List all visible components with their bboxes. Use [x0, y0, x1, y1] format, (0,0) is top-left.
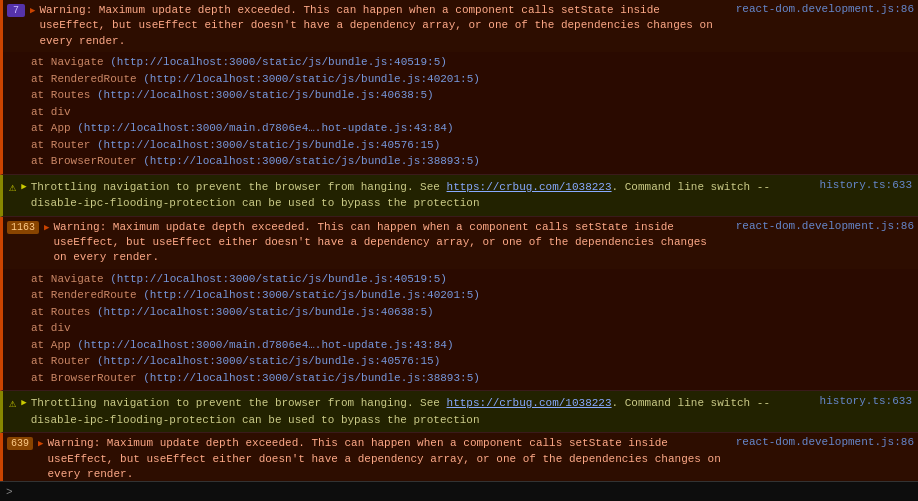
stack-line-1-4: at App (http://localhost:3000/main.d7806… — [31, 120, 914, 137]
stack-line-1-6: at BrowserRouter (http://localhost:3000/… — [31, 153, 914, 170]
stack-line-3-0: at Navigate (http://localhost:3000/stati… — [31, 271, 914, 288]
throttle-icon-2: ⚠ — [9, 180, 16, 195]
stack-line-3-2: at Routes (http://localhost:3000/static/… — [31, 304, 914, 321]
console-footer: > — [0, 481, 918, 501]
warning-message-5: Warning: Maximum update depth exceeded. … — [47, 436, 725, 482]
caret-icon: > — [6, 486, 13, 498]
stack-line-3-6: at BrowserRouter (http://localhost:3000/… — [31, 370, 914, 387]
source-link-5[interactable]: react-dom.development.js:86 — [726, 436, 914, 448]
log-group-3: 1163 ▶ Warning: Maximum update depth exc… — [0, 217, 918, 392]
stack-link[interactable]: (http://localhost:3000/static/js/bundle.… — [143, 155, 480, 167]
stack-lines-1: at Navigate (http://localhost:3000/stati… — [3, 52, 918, 174]
expand-icon-2[interactable]: ▶ — [21, 181, 26, 192]
stack-link[interactable]: (http://localhost:3000/main.d7806e4….hot… — [77, 122, 453, 134]
badge-1163: 1163 — [7, 221, 39, 234]
badge-639: 639 — [7, 437, 33, 450]
source-link-3[interactable]: react-dom.development.js:86 — [726, 220, 914, 232]
stack-link[interactable]: (http://localhost:3000/static/js/bundle.… — [110, 56, 447, 68]
stack-link[interactable]: (http://localhost:3000/static/js/bundle.… — [97, 355, 440, 367]
log-group-2: ⚠ ▶ Throttling navigation to prevent the… — [0, 175, 918, 217]
source-link-1[interactable]: react-dom.development.js:86 — [726, 3, 914, 15]
stack-link[interactable]: (http://localhost:3000/static/js/bundle.… — [143, 73, 480, 85]
group-header-1: 7 ▶ Warning: Maximum update depth exceed… — [3, 0, 918, 52]
source-link-2[interactable]: history.ts:633 — [810, 179, 912, 191]
expand-icon-1[interactable]: ▶ — [30, 5, 35, 16]
stack-link[interactable]: (http://localhost:3000/main.d7806e4….hot… — [77, 339, 453, 351]
stack-link[interactable]: (http://localhost:3000/static/js/bundle.… — [97, 306, 434, 318]
throttle-message-2: Throttling navigation to prevent the bro… — [31, 179, 810, 212]
throttle-header-2: ⚠ ▶ Throttling navigation to prevent the… — [3, 175, 918, 216]
stack-line-3-4: at App (http://localhost:3000/main.d7806… — [31, 337, 914, 354]
stack-line-1-0: at Navigate (http://localhost:3000/stati… — [31, 54, 914, 71]
throttle-link-2[interactable]: https://crbug.com/1038223 — [447, 181, 612, 193]
badge-7: 7 — [7, 4, 25, 17]
stack-lines-3: at Navigate (http://localhost:3000/stati… — [3, 269, 918, 391]
stack-line-3-1: at RenderedRoute (http://localhost:3000/… — [31, 287, 914, 304]
stack-line-1-2: at Routes (http://localhost:3000/static/… — [31, 87, 914, 104]
console-input[interactable] — [17, 486, 912, 498]
stack-line-1-1: at RenderedRoute (http://localhost:3000/… — [31, 71, 914, 88]
warning-message-1: Warning: Maximum update depth exceeded. … — [39, 3, 725, 49]
throttle-icon-4: ⚠ — [9, 396, 16, 411]
warning-message-3: Warning: Maximum update depth exceeded. … — [53, 220, 725, 266]
console-panel: 7 ▶ Warning: Maximum update depth exceed… — [0, 0, 918, 501]
stack-link[interactable]: (http://localhost:3000/static/js/bundle.… — [110, 273, 447, 285]
stack-line-1-5: at Router (http://localhost:3000/static/… — [31, 137, 914, 154]
log-group-1: 7 ▶ Warning: Maximum update depth exceed… — [0, 0, 918, 175]
log-group-4: ⚠ ▶ Throttling navigation to prevent the… — [0, 391, 918, 433]
expand-icon-3[interactable]: ▶ — [44, 222, 49, 233]
stack-link[interactable]: (http://localhost:3000/static/js/bundle.… — [143, 372, 480, 384]
source-link-4[interactable]: history.ts:633 — [810, 395, 912, 407]
throttle-message-4: Throttling navigation to prevent the bro… — [31, 395, 810, 428]
expand-icon-5[interactable]: ▶ — [38, 438, 43, 449]
group-header-5: 639 ▶ Warning: Maximum update depth exce… — [3, 433, 918, 485]
group-header-3: 1163 ▶ Warning: Maximum update depth exc… — [3, 217, 918, 269]
throttle-header-4: ⚠ ▶ Throttling navigation to prevent the… — [3, 391, 918, 432]
stack-link[interactable]: (http://localhost:3000/static/js/bundle.… — [97, 139, 440, 151]
stack-link[interactable]: (http://localhost:3000/static/js/bundle.… — [143, 289, 480, 301]
stack-line-3-5: at Router (http://localhost:3000/static/… — [31, 353, 914, 370]
stack-line-1-3: at div — [31, 104, 914, 121]
stack-link[interactable]: (http://localhost:3000/static/js/bundle.… — [97, 89, 434, 101]
stack-line-3-3: at div — [31, 320, 914, 337]
throttle-link-4[interactable]: https://crbug.com/1038223 — [447, 397, 612, 409]
expand-icon-4[interactable]: ▶ — [21, 397, 26, 408]
